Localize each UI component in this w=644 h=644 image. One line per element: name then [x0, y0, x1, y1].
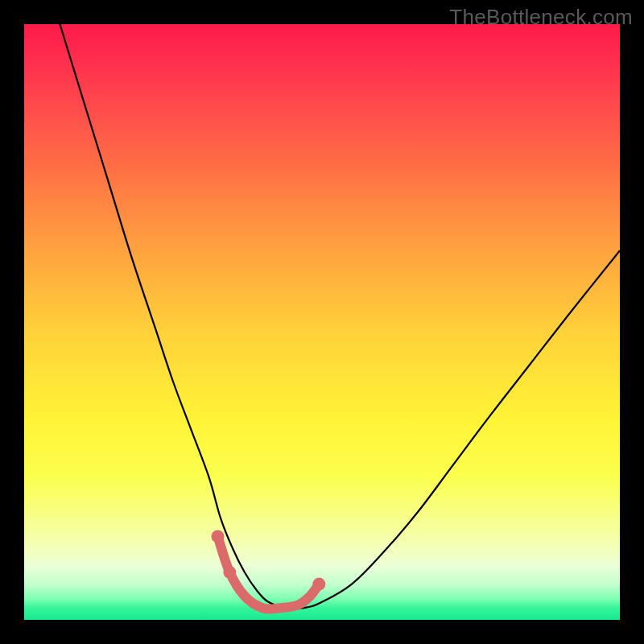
highlight-dot — [312, 578, 325, 591]
series-bottleneck-curve — [60, 24, 620, 609]
plot-area — [24, 24, 620, 620]
watermark-text: TheBottleneck.com — [449, 5, 633, 30]
chart-frame: TheBottleneck.com — [0, 0, 644, 644]
curves-svg — [24, 24, 620, 620]
highlight-dot — [212, 530, 225, 543]
highlight-dot — [223, 566, 236, 579]
